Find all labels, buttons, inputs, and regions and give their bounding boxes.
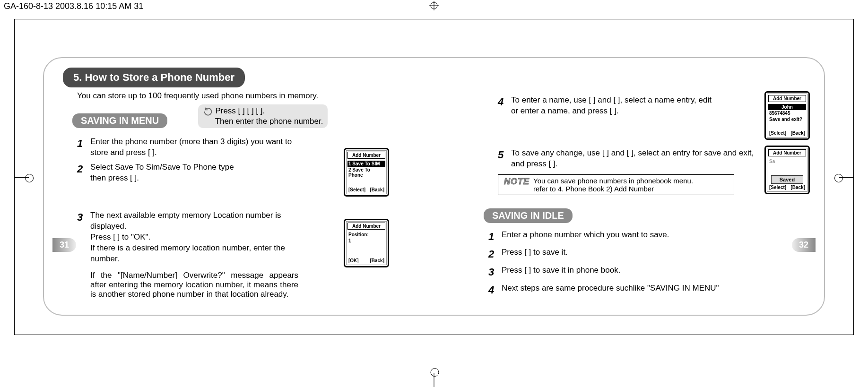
step-number: 5	[498, 148, 511, 162]
step-number: 4	[488, 283, 502, 297]
step-text: Press [ ] to save it in phone book.	[502, 265, 747, 276]
phone-label: Position:	[347, 232, 385, 238]
bottom-crop-mark-icon	[434, 373, 434, 387]
content-panel: 5. How to Store a Phone Number You can s…	[43, 57, 825, 316]
page-number-left: 31	[52, 238, 76, 252]
left-step-2: 2 Select Save To Sim/Save To Phone type …	[77, 162, 389, 184]
print-header-text: GA-160-8-13 2003.8.16 10:15 AM 31	[4, 1, 143, 11]
phone-screen-position: Add Number Position: 1 [OK] [Back]	[344, 219, 389, 267]
softkey-left: [OK]	[348, 258, 359, 263]
softkey-left: [Select]	[769, 185, 786, 190]
step-text: Enter the phone number (more than 3 digi…	[90, 137, 294, 158]
step-text: The next available empty memory Location…	[90, 210, 294, 265]
phone-screen-saved: Add Number Sa Saved [Select] [Back]	[764, 146, 810, 194]
phone-value: 1	[347, 238, 385, 244]
phone-screen-save-options: Add Number 1 Save To SIM 2 Save To Phone…	[344, 148, 389, 197]
softkey-right: [Back]	[790, 130, 805, 136]
right-column: 4 To enter a name, use [ ] and [ ], sele…	[479, 68, 810, 305]
left-step-1: 1 Enter the phone number (more than 3 di…	[77, 137, 389, 158]
phone-title: Add Number	[347, 152, 385, 159]
step-number: 3	[77, 210, 90, 224]
press-line1: Press [ ] [ ] [ ].	[215, 106, 265, 115]
step-text: To save any change, use [ ] and [ ], sel…	[511, 148, 757, 170]
press-instruction: Press [ ] [ ] [ ]. Then enter the phone …	[198, 104, 328, 128]
right-step-4: 4 To enter a name, use [ ] and [ ], sele…	[498, 95, 810, 117]
right-crop-mark-icon	[839, 177, 853, 178]
subheader-saving-menu: SAVING IN MENU	[72, 113, 167, 128]
step-number: 3	[488, 265, 502, 279]
top-crop-mark-icon	[429, 1, 439, 12]
note-text: You can save phone numbers in phonebook …	[533, 177, 729, 193]
step-number: 2	[77, 162, 90, 176]
softkey-left: [Select]	[769, 130, 786, 136]
loop-icon	[203, 106, 213, 117]
phone-title: Add Number	[768, 149, 806, 156]
page-frame: 5. How to Store a Phone Number You can s…	[14, 19, 854, 335]
step-number: 1	[77, 137, 90, 151]
left-crop-mark-icon	[15, 177, 29, 178]
page-number-right: 32	[792, 238, 816, 252]
note-box: NOTE You can save phone numbers in phone…	[498, 174, 734, 195]
phone-popup-saved: Saved	[771, 175, 803, 184]
phone-screen-save-exit: Add Number John 85674845 Save and exit? …	[764, 91, 810, 140]
step-text: Enter a phone number which you want to s…	[502, 230, 747, 241]
idle-step-2: 2 Press [ ] to save it.	[488, 247, 810, 261]
step-number: 4	[498, 95, 511, 109]
softkey-left: [Select]	[348, 187, 365, 192]
phone-name: John	[768, 104, 806, 110]
phone-prompt: Save and exit?	[768, 116, 806, 122]
phone-number: 85674845	[768, 110, 806, 116]
idle-step-3: 3 Press [ ] to save it in phone book.	[488, 265, 810, 279]
idle-step-4: 4 Next steps are same procedure suchlike…	[488, 283, 810, 297]
left-step-3: 3 The next available empty memory Locati…	[77, 210, 389, 265]
softkey-right: [Back]	[370, 258, 384, 263]
intro-text: You can store up to 100 frequently used …	[77, 91, 389, 101]
step-number: 1	[488, 230, 502, 244]
left-column: 5. How to Store a Phone Number You can s…	[58, 68, 389, 305]
section-title: 5. How to Store a Phone Number	[63, 68, 245, 87]
right-step-5: 5 To save any change, use [ ] and [ ], s…	[498, 148, 810, 170]
phone-title: Add Number	[768, 95, 806, 102]
phone-menu-item: 2 Save To Phone	[347, 167, 385, 178]
subheader-saving-idle: SAVING IN IDLE	[484, 208, 573, 223]
step-text: Next steps are same procedure suchlike "…	[502, 283, 747, 294]
softkey-right: [Back]	[790, 185, 805, 190]
step-text: Select Save To Sim/Save To Phone type th…	[90, 162, 294, 184]
step-text: Press [ ] to save it.	[502, 247, 747, 258]
overwrite-paragraph: If the "[Name/Number] Overwrite?" messag…	[90, 271, 298, 299]
step-text: To enter a name, use [ ] and [ ], select…	[511, 95, 714, 117]
note-label: NOTE	[500, 177, 533, 187]
step-number: 2	[488, 247, 502, 261]
phone-title: Add Number	[347, 223, 385, 230]
press-line2: Then enter the phone number.	[215, 117, 323, 126]
phone-menu-item: 1 Save To SIM	[347, 161, 385, 167]
softkey-right: [Back]	[370, 187, 384, 192]
idle-step-1: 1 Enter a phone number which you want to…	[488, 230, 810, 244]
